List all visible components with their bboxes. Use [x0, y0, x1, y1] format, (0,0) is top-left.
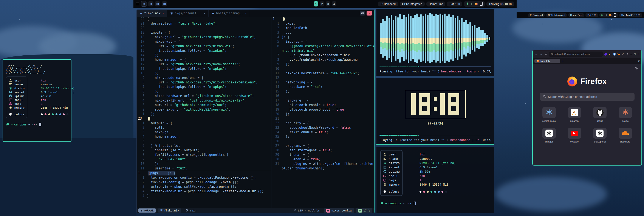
- bluetooth-icon[interactable]: ᛒ: [471, 2, 473, 6]
- code-line: 11 nixpkgs.hostPlatform = "x86_64-linux"…: [272, 71, 374, 76]
- extension-crescent-icon[interactable]: [609, 52, 611, 56]
- shortcut-chatgpt[interactable]: chatgpt: [539, 128, 560, 143]
- code-line: 2 tux-nvim-config = pkgs.callPackage ./n…: [137, 180, 271, 184]
- editor-tab-flake-nix[interactable]: flake.nix×: [137, 10, 167, 17]
- fetch-row-kernel: kernel: [9, 90, 24, 94]
- nix-app-icon[interactable]: [148, 1, 154, 7]
- fetch-terminal-panel[interactable]: userhnamedistrokerneluptimeshellpkgsmemo…: [376, 147, 494, 213]
- fetch-row-shell: shell: [9, 98, 24, 102]
- nix-icon: [160, 209, 163, 212]
- app-launcher-icon[interactable]: [136, 2, 139, 6]
- plant-icon[interactable]: [601, 13, 603, 17]
- code-line: 18 bluetooth.enable = true;: [272, 103, 374, 107]
- close-tab-icon[interactable]: ×: [162, 12, 164, 15]
- shortcut-amazon[interactable]: aamazon: [564, 107, 585, 122]
- fetch-row-uptime: uptime: [9, 94, 24, 98]
- firefox-window[interactable]: ← → Search with Google or enter address …: [532, 50, 642, 165]
- code-pane-iso-image[interactable]: 1{1 pkgs,2 modulesPath,3 ...4}: {5 impor…: [271, 17, 374, 208]
- search-bar[interactable]: Search with Google or enter address: [540, 93, 634, 101]
- url-bar[interactable]: Search with Google or enter address: [549, 52, 603, 57]
- workspace-3[interactable]: 3: [326, 1, 330, 7]
- code-line: 8 forAllSystems = nixpkgs.lib.genAttrs [: [137, 153, 271, 157]
- code-line: 1 tux-awesome-wm-config = pkgs.callPacka…: [137, 175, 271, 180]
- nix-app-icon[interactable]: [141, 1, 146, 7]
- color-palette: [41, 112, 75, 116]
- code-line: 6 "${modulesPath}/installer/cd-dvd/insta…: [272, 44, 374, 49]
- menu-icon[interactable]: ≡: [626, 52, 629, 56]
- code-line: 27 programs = {: [272, 144, 374, 148]
- cloudflare-tile-icon: [618, 128, 632, 139]
- reload-button[interactable]: [544, 52, 547, 56]
- bluetooth-icon[interactable]: ᛒ: [606, 14, 607, 16]
- plant-icon[interactable]: [466, 2, 469, 6]
- workspace-1[interactable]: 1: [314, 1, 318, 7]
- eye-icon[interactable]: [360, 11, 365, 16]
- close-button[interactable]: ×: [638, 53, 639, 56]
- clock-digit: [448, 93, 459, 115]
- statusline-filename: flake.nix: [158, 208, 181, 212]
- extension-shield-icon[interactable]: [613, 52, 616, 56]
- shell-prompt[interactable]: →canopus~›››: [6, 122, 68, 126]
- workspace-2[interactable]: 2: [320, 1, 324, 7]
- shortcut-search-nixos[interactable]: search.nixos: [539, 107, 560, 122]
- tty-clock-panel[interactable]: 08/08/24 =====================> Playing:…: [376, 78, 494, 145]
- shortcut-github[interactable]: github: [590, 107, 610, 122]
- phone-icon[interactable]: [480, 2, 482, 6]
- shell-icon: [9, 98, 12, 101]
- gear-icon[interactable]: [634, 67, 638, 71]
- github-tile-icon: [593, 107, 606, 118]
- code-line: 1 };: [137, 112, 271, 116]
- neovim-window[interactable]: flake.nix×pkgs/default...×hosts/isoImag.…: [136, 10, 374, 213]
- extension-fox-icon[interactable]: [617, 52, 620, 56]
- phone-icon[interactable]: [614, 13, 616, 17]
- minimize-button[interactable]: –: [630, 53, 632, 56]
- mode-indicator: ◆NORMAL: [138, 208, 156, 212]
- save-to-pocket-icon[interactable]: ⌂: [622, 52, 624, 56]
- chevron-down-icon[interactable]: ▾: [638, 59, 640, 63]
- maximize-button[interactable]: □: [634, 53, 636, 56]
- code-line: 5 ...: [137, 139, 271, 144]
- new-tab-button[interactable]: +: [562, 60, 564, 63]
- code-line: 30 enable = true;: [272, 157, 374, 162]
- firefox-favicon: [536, 60, 539, 62]
- code-line: 26: [272, 139, 374, 144]
- editor-tab-pkgs-default-[interactable]: pkgs/default...×: [167, 10, 208, 17]
- firefox-tray-icon[interactable]: [609, 14, 612, 16]
- shortcut-cloudflare[interactable]: cloudflare: [615, 128, 636, 143]
- code-line: 4 home-manager,: [137, 134, 271, 139]
- shortcut-youtube[interactable]: youtube: [564, 128, 585, 143]
- back-button[interactable]: ←: [535, 52, 538, 56]
- code-line: 9 ];: [272, 62, 374, 67]
- tab-new-tab[interactable]: New Tab: [534, 59, 560, 63]
- distro-icon: [383, 162, 386, 164]
- nix-app-icon[interactable]: [155, 1, 160, 7]
- code-line: 23 sudo.wheelNeedsPassword = false;: [272, 125, 374, 130]
- code-pane-flake-nix[interactable]: 22{21 description = "tux's NixOS Flake";…: [137, 17, 271, 171]
- code-line: 17 nixos-wsl = {: [137, 40, 271, 44]
- code-pane-pkgs-default[interactable]: 1{pkgs, ...}: {1 tux-awesome-wm-config =…: [137, 171, 271, 208]
- distro-icon: [9, 87, 12, 90]
- terminal-cursor: [414, 201, 416, 205]
- workspace-4[interactable]: 4: [332, 1, 336, 7]
- pkgs-icon: [383, 179, 386, 182]
- digital-clock: [405, 90, 466, 118]
- shell-prompt[interactable]: →canopus~›››: [380, 201, 490, 205]
- nix-app-icon[interactable]: [162, 1, 167, 7]
- terminal-cursor: [40, 123, 41, 126]
- kitty-terminal-fetch-window[interactable]: /\'/ ,__ __ /\ /\ ,_/ / /\\ / ,/ | \/ / …: [2, 59, 72, 142]
- close-tab-icon[interactable]: ×: [245, 12, 247, 15]
- extension-gem-icon[interactable]: [604, 52, 607, 56]
- code-line: 15 };: [272, 89, 374, 94]
- editor-tab-hosts-isoImag-[interactable]: hosts/isoImag..×: [208, 10, 250, 17]
- cava-visualizer-panel[interactable]: =====================> Playing: ffee for…: [376, 9, 494, 76]
- code-line: 2 sops-nix.url = "github:Mic92/sops-nix"…: [137, 107, 271, 112]
- code-line: 12 url = "github:nix-community/home-mana…: [137, 62, 271, 67]
- firefox-tray-icon[interactable]: [475, 3, 478, 6]
- open-apps-list: [141, 1, 167, 7]
- forward-button[interactable]: →: [540, 52, 542, 56]
- kernel-icon: [383, 166, 386, 169]
- shortcut-chat-openai[interactable]: chat.openai: [590, 128, 610, 143]
- shortcut-claude[interactable]: claude: [615, 107, 636, 122]
- close-tab-icon[interactable]: ×: [204, 12, 205, 15]
- close-buffer-button[interactable]: ×: [366, 11, 372, 16]
